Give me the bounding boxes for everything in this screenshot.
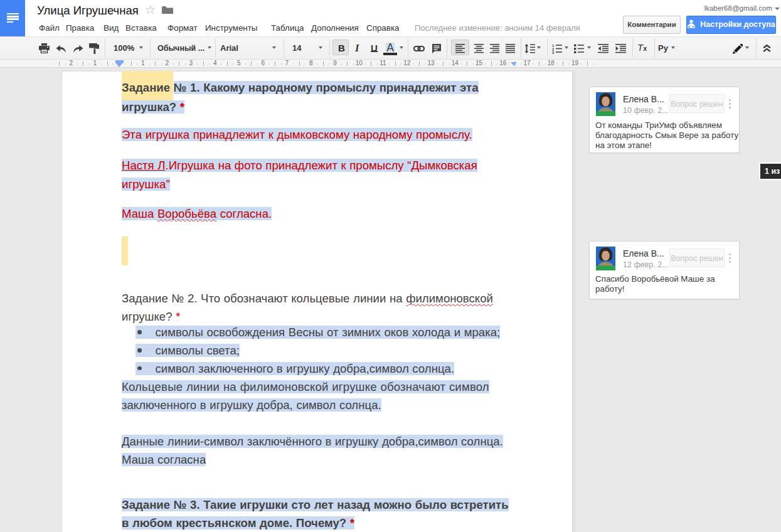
svg-text:3: 3 xyxy=(552,51,555,54)
